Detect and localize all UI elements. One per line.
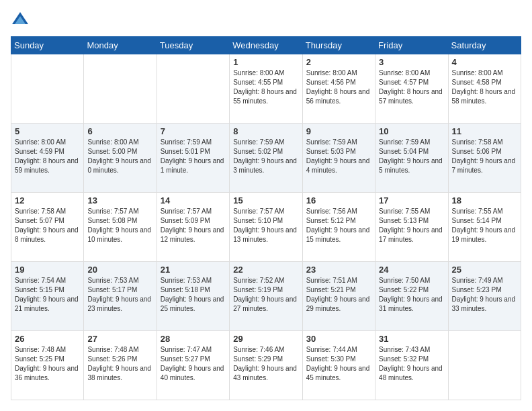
- calendar-cell: 31Sunrise: 7:43 AM Sunset: 5:32 PM Dayli…: [375, 331, 448, 400]
- cell-content: Sunrise: 7:44 AM Sunset: 5:30 PM Dayligh…: [306, 345, 371, 383]
- calendar-cell: 19Sunrise: 7:54 AM Sunset: 5:15 PM Dayli…: [11, 262, 84, 331]
- day-number: 22: [233, 265, 298, 275]
- calendar-cell: [448, 331, 521, 400]
- day-number: 10: [379, 126, 444, 136]
- calendar-cell: 26Sunrise: 7:48 AM Sunset: 5:25 PM Dayli…: [11, 331, 84, 400]
- calendar-week-row: 12Sunrise: 7:58 AM Sunset: 5:07 PM Dayli…: [11, 193, 521, 262]
- cell-content: Sunrise: 7:58 AM Sunset: 5:06 PM Dayligh…: [452, 138, 517, 175]
- weekday-header-saturday: Saturday: [448, 37, 521, 54]
- calendar-cell: 9Sunrise: 7:59 AM Sunset: 5:03 PM Daylig…: [302, 124, 375, 193]
- calendar-cell: 3Sunrise: 8:00 AM Sunset: 4:57 PM Daylig…: [375, 54, 448, 124]
- day-number: 4: [452, 57, 517, 67]
- calendar-cell: 21Sunrise: 7:53 AM Sunset: 5:18 PM Dayli…: [157, 262, 229, 331]
- calendar-cell: [11, 54, 84, 124]
- cell-content: Sunrise: 8:00 AM Sunset: 4:55 PM Dayligh…: [233, 68, 298, 106]
- cell-content: Sunrise: 7:53 AM Sunset: 5:18 PM Dayligh…: [161, 276, 226, 314]
- calendar-cell: 16Sunrise: 7:56 AM Sunset: 5:12 PM Dayli…: [302, 193, 375, 262]
- day-number: 16: [306, 195, 371, 205]
- calendar-cell: 5Sunrise: 8:00 AM Sunset: 4:59 PM Daylig…: [11, 124, 84, 193]
- header: [11, 11, 521, 30]
- day-number: 11: [452, 126, 517, 136]
- calendar-cell: 23Sunrise: 7:51 AM Sunset: 5:21 PM Dayli…: [302, 262, 375, 331]
- day-number: 9: [306, 126, 371, 136]
- calendar-cell: 20Sunrise: 7:53 AM Sunset: 5:17 PM Dayli…: [84, 262, 157, 331]
- weekday-header-sunday: Sunday: [11, 37, 84, 54]
- day-number: 24: [379, 265, 444, 275]
- cell-content: Sunrise: 8:00 AM Sunset: 5:00 PM Dayligh…: [87, 138, 152, 175]
- calendar-week-row: 26Sunrise: 7:48 AM Sunset: 5:25 PM Dayli…: [11, 331, 521, 400]
- cell-content: Sunrise: 7:50 AM Sunset: 5:22 PM Dayligh…: [379, 276, 444, 314]
- calendar-cell: 28Sunrise: 7:47 AM Sunset: 5:27 PM Dayli…: [157, 331, 229, 400]
- calendar-cell: 17Sunrise: 7:55 AM Sunset: 5:13 PM Dayli…: [375, 193, 448, 262]
- day-number: 3: [379, 57, 444, 67]
- cell-content: Sunrise: 7:48 AM Sunset: 5:25 PM Dayligh…: [15, 345, 80, 383]
- day-number: 29: [233, 334, 298, 344]
- day-number: 17: [379, 195, 444, 205]
- day-number: 12: [15, 195, 80, 205]
- cell-content: Sunrise: 7:59 AM Sunset: 5:01 PM Dayligh…: [161, 138, 226, 175]
- weekday-header-row: SundayMondayTuesdayWednesdayThursdayFrid…: [11, 37, 521, 54]
- logo: [11, 11, 32, 30]
- day-number: 31: [379, 334, 444, 344]
- day-number: 18: [452, 195, 517, 205]
- day-number: 5: [15, 126, 80, 136]
- calendar-cell: 11Sunrise: 7:58 AM Sunset: 5:06 PM Dayli…: [448, 124, 521, 193]
- day-number: 23: [306, 265, 371, 275]
- calendar-table: SundayMondayTuesdayWednesdayThursdayFrid…: [11, 36, 521, 400]
- cell-content: Sunrise: 7:53 AM Sunset: 5:17 PM Dayligh…: [87, 276, 152, 314]
- cell-content: Sunrise: 7:48 AM Sunset: 5:26 PM Dayligh…: [87, 345, 152, 383]
- page: SundayMondayTuesdayWednesdayThursdayFrid…: [0, 0, 532, 411]
- calendar-cell: 25Sunrise: 7:49 AM Sunset: 5:23 PM Dayli…: [448, 262, 521, 331]
- cell-content: Sunrise: 7:55 AM Sunset: 5:14 PM Dayligh…: [452, 207, 517, 244]
- cell-content: Sunrise: 7:59 AM Sunset: 5:02 PM Dayligh…: [233, 138, 298, 175]
- day-number: 20: [87, 265, 152, 275]
- day-number: 25: [452, 265, 517, 275]
- cell-content: Sunrise: 8:00 AM Sunset: 4:58 PM Dayligh…: [452, 68, 517, 106]
- day-number: 7: [161, 126, 226, 136]
- calendar-cell: 13Sunrise: 7:57 AM Sunset: 5:08 PM Dayli…: [84, 193, 157, 262]
- calendar-cell: 27Sunrise: 7:48 AM Sunset: 5:26 PM Dayli…: [84, 331, 157, 400]
- day-number: 15: [233, 195, 298, 205]
- calendar-week-row: 5Sunrise: 8:00 AM Sunset: 4:59 PM Daylig…: [11, 124, 521, 193]
- calendar-cell: 6Sunrise: 8:00 AM Sunset: 5:00 PM Daylig…: [84, 124, 157, 193]
- weekday-header-tuesday: Tuesday: [157, 37, 229, 54]
- logo-icon: [11, 11, 30, 30]
- cell-content: Sunrise: 7:51 AM Sunset: 5:21 PM Dayligh…: [306, 276, 371, 314]
- calendar-cell: 7Sunrise: 7:59 AM Sunset: 5:01 PM Daylig…: [157, 124, 229, 193]
- day-number: 30: [306, 334, 371, 344]
- calendar-cell: [157, 54, 229, 124]
- calendar-cell: 30Sunrise: 7:44 AM Sunset: 5:30 PM Dayli…: [302, 331, 375, 400]
- cell-content: Sunrise: 7:58 AM Sunset: 5:07 PM Dayligh…: [15, 207, 80, 244]
- cell-content: Sunrise: 7:57 AM Sunset: 5:08 PM Dayligh…: [87, 207, 152, 244]
- cell-content: Sunrise: 8:00 AM Sunset: 4:59 PM Dayligh…: [15, 138, 80, 175]
- day-number: 2: [306, 57, 371, 67]
- calendar-cell: [84, 54, 157, 124]
- day-number: 27: [87, 334, 152, 344]
- weekday-header-thursday: Thursday: [302, 37, 375, 54]
- cell-content: Sunrise: 7:59 AM Sunset: 5:03 PM Dayligh…: [306, 138, 371, 175]
- cell-content: Sunrise: 7:54 AM Sunset: 5:15 PM Dayligh…: [15, 276, 80, 314]
- calendar-cell: 18Sunrise: 7:55 AM Sunset: 5:14 PM Dayli…: [448, 193, 521, 262]
- calendar-cell: 22Sunrise: 7:52 AM Sunset: 5:19 PM Dayli…: [230, 262, 302, 331]
- cell-content: Sunrise: 8:00 AM Sunset: 4:57 PM Dayligh…: [379, 68, 444, 106]
- weekday-header-wednesday: Wednesday: [230, 37, 302, 54]
- weekday-header-monday: Monday: [84, 37, 157, 54]
- day-number: 28: [161, 334, 226, 344]
- cell-content: Sunrise: 7:59 AM Sunset: 5:04 PM Dayligh…: [379, 138, 444, 175]
- day-number: 21: [161, 265, 226, 275]
- cell-content: Sunrise: 7:46 AM Sunset: 5:29 PM Dayligh…: [233, 345, 298, 383]
- day-number: 14: [161, 195, 226, 205]
- cell-content: Sunrise: 7:52 AM Sunset: 5:19 PM Dayligh…: [233, 276, 298, 314]
- calendar-cell: 2Sunrise: 8:00 AM Sunset: 4:56 PM Daylig…: [302, 54, 375, 124]
- day-number: 13: [87, 195, 152, 205]
- cell-content: Sunrise: 7:43 AM Sunset: 5:32 PM Dayligh…: [379, 345, 444, 383]
- calendar-cell: 1Sunrise: 8:00 AM Sunset: 4:55 PM Daylig…: [230, 54, 302, 124]
- cell-content: Sunrise: 7:55 AM Sunset: 5:13 PM Dayligh…: [379, 207, 444, 244]
- calendar-cell: 14Sunrise: 7:57 AM Sunset: 5:09 PM Dayli…: [157, 193, 229, 262]
- calendar-cell: 4Sunrise: 8:00 AM Sunset: 4:58 PM Daylig…: [448, 54, 521, 124]
- cell-content: Sunrise: 7:57 AM Sunset: 5:10 PM Dayligh…: [233, 207, 298, 244]
- cell-content: Sunrise: 7:56 AM Sunset: 5:12 PM Dayligh…: [306, 207, 371, 244]
- calendar-cell: 29Sunrise: 7:46 AM Sunset: 5:29 PM Dayli…: [230, 331, 302, 400]
- cell-content: Sunrise: 8:00 AM Sunset: 4:56 PM Dayligh…: [306, 68, 371, 106]
- calendar-cell: 24Sunrise: 7:50 AM Sunset: 5:22 PM Dayli…: [375, 262, 448, 331]
